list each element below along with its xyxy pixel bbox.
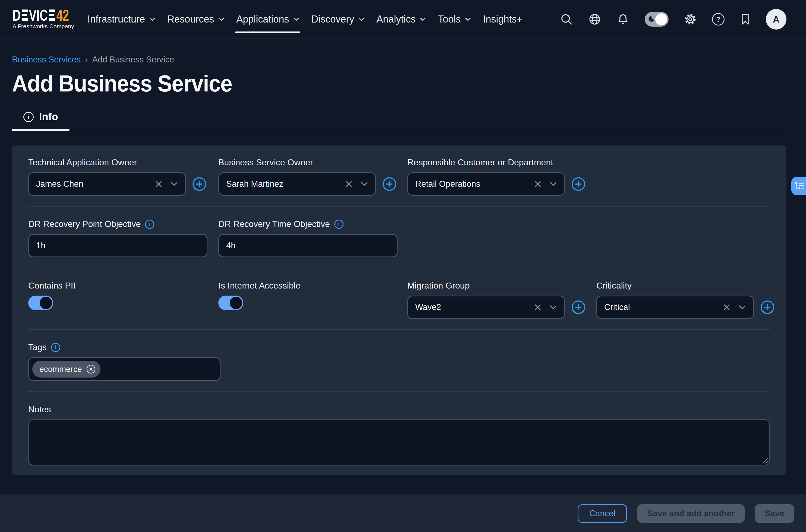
chevron-down-icon <box>420 17 426 21</box>
add-migration-group-button[interactable] <box>571 300 585 314</box>
cancel-button[interactable]: Cancel <box>578 504 627 523</box>
field-label-responsible-customer: Responsible Customer or Department <box>407 157 596 168</box>
chevron-down-icon <box>218 17 224 21</box>
field-label-dr-rto: DR Recovery Time Objectivei <box>218 219 407 229</box>
moon-icon <box>647 15 656 23</box>
tag-chip: ecommerce <box>32 361 100 378</box>
migration-group-select[interactable]: Wave2 <box>407 296 565 319</box>
chevron-down-icon <box>358 17 364 21</box>
criticality-select[interactable]: Critical <box>596 296 754 319</box>
info-icon[interactable]: i <box>51 343 60 352</box>
clear-icon[interactable] <box>723 303 731 311</box>
clear-icon[interactable] <box>533 180 542 188</box>
device42-logo[interactable]: DVIC42 A Freshworks Company <box>13 9 75 30</box>
business-service-owner-select[interactable]: Sarah Martinez <box>218 172 376 196</box>
add-criticality-button[interactable] <box>761 300 774 314</box>
remove-tag-icon[interactable] <box>86 364 96 374</box>
responsible-customer-select[interactable]: Retail Operations <box>407 172 565 196</box>
chevron-down-icon[interactable] <box>549 182 557 187</box>
side-panel-flag[interactable] <box>791 177 806 195</box>
is-internet-accessible-toggle[interactable] <box>218 296 243 310</box>
chevron-down-icon[interactable] <box>738 305 746 310</box>
breadcrumb: Business Services › Add Business Service <box>12 55 786 64</box>
gear-icon[interactable] <box>684 13 697 26</box>
notes-textarea[interactable] <box>28 419 770 466</box>
dr-rto-input[interactable]: 4h <box>218 234 397 257</box>
technical-application-owner-select[interactable]: James Chen <box>28 172 186 196</box>
field-label-tags: Tagsi <box>28 342 218 352</box>
clear-icon[interactable] <box>154 180 163 188</box>
theme-toggle[interactable] <box>645 12 669 26</box>
chevron-down-icon <box>293 17 299 21</box>
field-label-criticality: Criticality <box>596 281 774 291</box>
tab-info[interactable]: i Info <box>12 111 70 130</box>
toggle-knob <box>40 297 52 309</box>
bookmark-icon[interactable] <box>740 13 751 26</box>
bell-icon[interactable] <box>616 13 630 26</box>
search-icon[interactable] <box>560 13 573 26</box>
chevron-down-icon[interactable] <box>360 182 368 187</box>
theme-toggle-knob <box>655 13 667 25</box>
chevron-down-icon <box>149 17 155 21</box>
info-icon[interactable]: i <box>145 220 154 229</box>
tree-list-icon <box>794 181 804 191</box>
dr-rpo-input[interactable]: 1h <box>28 234 207 257</box>
page-title: Add Business Service <box>12 70 732 97</box>
nav-infrastructure[interactable]: Infrastructure <box>88 14 155 25</box>
add-technical-application-owner-button[interactable] <box>192 177 206 191</box>
field-label-dr-rpo: DR Recovery Point Objectivei <box>28 219 218 229</box>
field-label-notes: Notes <box>28 404 770 415</box>
add-business-service-owner-button[interactable] <box>382 177 396 191</box>
avatar[interactable]: A <box>766 9 786 30</box>
chevron-down-icon[interactable] <box>170 182 178 187</box>
field-label-is-internet-accessible: Is Internet Accessible <box>218 281 407 291</box>
toggle-knob <box>230 297 242 309</box>
logo-e-glyph <box>49 10 55 21</box>
tab-bar: i Info <box>12 111 786 130</box>
main-content: Business Services › Add Business Service… <box>0 55 806 475</box>
clear-icon[interactable] <box>533 303 542 311</box>
field-label-contains-pii: Contains PII <box>28 281 218 291</box>
form-panel: Technical Application Owner James Chen B… <box>12 146 786 475</box>
clear-icon[interactable] <box>344 180 353 188</box>
logo-tagline: A Freshworks Company <box>13 23 75 30</box>
chevron-down-icon <box>465 17 471 21</box>
top-nav: DVIC42 A Freshworks Company Infrastructu… <box>0 0 806 39</box>
info-icon: i <box>23 112 34 122</box>
nav-insights[interactable]: Insights+ <box>483 14 522 25</box>
main-nav: Infrastructure Resources Applications Di… <box>88 14 523 25</box>
footer-action-bar: Cancel Save and add another Save <box>0 495 806 532</box>
chevron-down-icon[interactable] <box>549 305 557 310</box>
breadcrumb-current: Add Business Service <box>92 55 174 64</box>
nav-resources[interactable]: Resources <box>167 14 224 25</box>
tags-input[interactable]: ecommerce <box>28 357 221 381</box>
field-label-migration-group: Migration Group <box>407 281 596 291</box>
breadcrumb-link[interactable]: Business Services <box>12 55 81 64</box>
globe-icon[interactable] <box>588 13 601 26</box>
nav-analytics[interactable]: Analytics <box>376 14 426 25</box>
nav-tools[interactable]: Tools <box>438 14 471 25</box>
help-icon[interactable]: ? <box>712 13 725 25</box>
save-and-add-another-button[interactable]: Save and add another <box>637 504 744 523</box>
device42-wordmark: DVIC42 <box>13 9 69 21</box>
logo-e-glyph <box>22 10 28 21</box>
info-icon[interactable]: i <box>334 220 343 229</box>
field-label-technical-application-owner: Technical Application Owner <box>28 157 218 168</box>
contains-pii-toggle[interactable] <box>28 296 53 310</box>
nav-discovery[interactable]: Discovery <box>311 14 364 25</box>
nav-applications[interactable]: Applications <box>236 14 299 25</box>
add-responsible-customer-button[interactable] <box>571 177 585 191</box>
breadcrumb-separator: › <box>85 55 88 64</box>
save-button[interactable]: Save <box>755 504 794 523</box>
field-label-business-service-owner: Business Service Owner <box>218 157 407 168</box>
